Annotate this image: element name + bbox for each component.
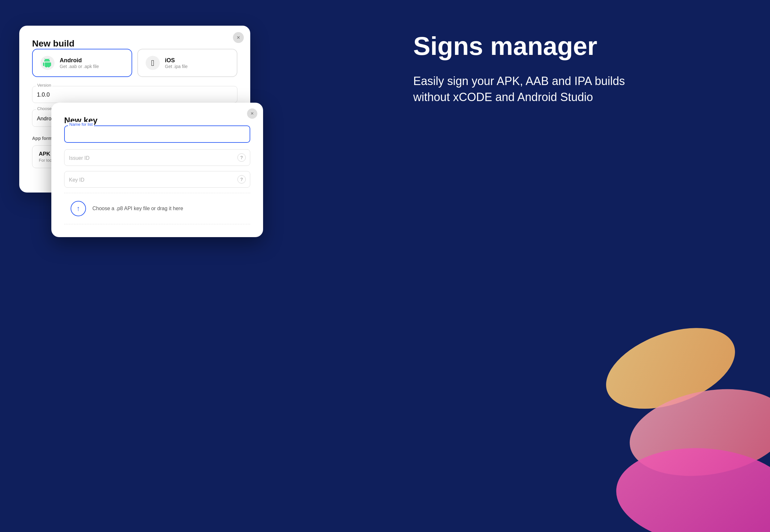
key-id-help-icon[interactable]: ?	[237, 175, 246, 184]
right-panel: Signs manager Easily sign your APK, AAB …	[400, 0, 770, 532]
new-build-title: New build	[32, 39, 74, 48]
blob-yellow	[595, 312, 746, 425]
new-key-dialog: New key × Name for list ? ? ↑ Choose a .…	[51, 103, 263, 237]
hero-title: Signs manager	[413, 32, 751, 60]
issuer-id-field: ?	[64, 149, 250, 166]
ios-platform-info: iOS Get .ipa file	[165, 57, 188, 69]
issuer-id-help-icon[interactable]: ?	[237, 153, 246, 162]
version-field-group: Version	[32, 86, 237, 103]
key-id-input[interactable]	[64, 171, 250, 188]
platform-android-card[interactable]: Android Get .aab or .apk file	[32, 49, 132, 77]
blob-magenta	[612, 441, 770, 532]
name-for-list-label: Name for list	[68, 122, 94, 127]
hero-desc: Easily sign your APK, AAB and IPA builds…	[413, 73, 638, 106]
android-name: Android	[60, 57, 99, 64]
issuer-id-input[interactable]	[64, 149, 250, 166]
version-input[interactable]	[32, 86, 237, 103]
platform-ios-card[interactable]:  iOS Get .ipa file	[137, 49, 237, 77]
name-for-list-input[interactable]	[64, 125, 250, 143]
upload-text: Choose a .p8 API key file or drag it her…	[92, 206, 183, 211]
version-label: Version	[36, 83, 52, 88]
ios-desc: Get .ipa file	[165, 64, 188, 69]
key-id-field: ?	[64, 171, 250, 188]
blob-pink	[623, 378, 770, 488]
platform-selector: Android Get .aab or .apk file  iOS Get …	[32, 49, 237, 77]
apple-icon: 	[146, 56, 160, 70]
android-icon	[40, 56, 55, 70]
ios-name: iOS	[165, 57, 188, 64]
new-build-close-button[interactable]: ×	[233, 32, 244, 43]
left-panel: New build × Android Get .aab or .apk fil…	[0, 0, 400, 532]
blob-container	[513, 307, 770, 532]
name-for-list-field: Name for list	[64, 125, 250, 143]
new-key-close-button[interactable]: ×	[247, 108, 257, 119]
file-upload-area[interactable]: ↑ Choose a .p8 API key file or drag it h…	[64, 193, 250, 224]
android-platform-info: Android Get .aab or .apk file	[60, 57, 99, 69]
upload-icon: ↑	[71, 201, 86, 216]
android-desc: Get .aab or .apk file	[60, 64, 99, 69]
